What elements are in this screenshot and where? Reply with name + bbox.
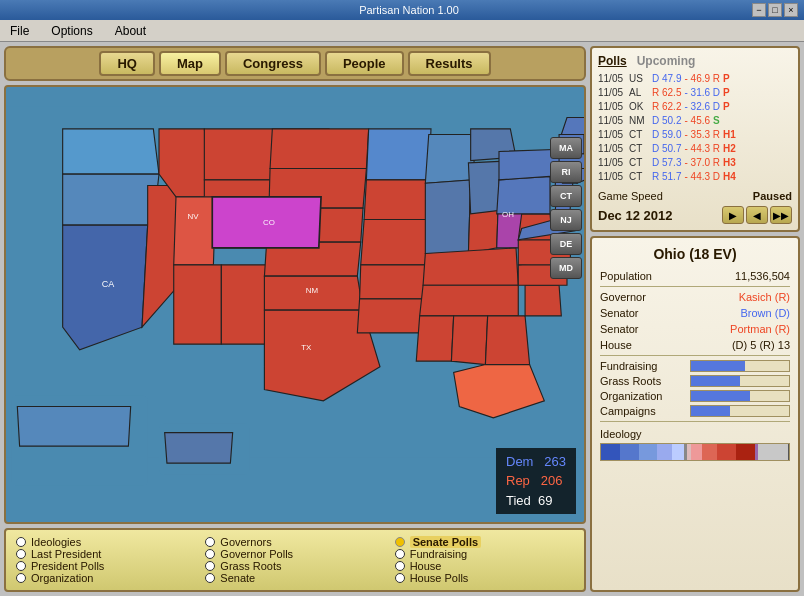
governor-label: Governor bbox=[600, 291, 646, 303]
svg-text:NV: NV bbox=[187, 213, 199, 222]
radio-fundraising[interactable] bbox=[16, 573, 26, 583]
radio-senate-polls[interactable] bbox=[395, 561, 405, 571]
radio-senate[interactable] bbox=[205, 561, 215, 571]
legend-governor-polls[interactable]: Fundraising bbox=[395, 548, 574, 560]
tab-hq[interactable]: HQ bbox=[99, 51, 155, 76]
small-state-md[interactable]: MD bbox=[550, 257, 582, 279]
svg-marker-20 bbox=[366, 129, 431, 180]
governor-row: Governor Kasich (R) bbox=[600, 291, 790, 303]
maximize-button[interactable]: □ bbox=[768, 3, 782, 17]
label-grass-roots: President Polls bbox=[31, 560, 104, 572]
senator2-label: Senator bbox=[600, 323, 639, 335]
population-label: Population bbox=[600, 270, 652, 282]
campaigns-bar bbox=[690, 405, 790, 417]
svg-marker-32 bbox=[420, 285, 519, 316]
rewind-button[interactable]: ◀ bbox=[746, 206, 768, 224]
svg-marker-22 bbox=[361, 220, 431, 265]
legend-organization[interactable]: Last President bbox=[16, 548, 195, 560]
tab-congress[interactable]: Congress bbox=[225, 51, 321, 76]
organization-bar bbox=[690, 390, 790, 402]
svg-text:CA: CA bbox=[102, 280, 116, 290]
radio-governors[interactable] bbox=[205, 549, 215, 559]
svg-marker-3 bbox=[63, 129, 159, 174]
game-speed-label: Game Speed bbox=[598, 190, 663, 202]
label-senate-polls: House bbox=[410, 560, 442, 572]
close-button[interactable]: × bbox=[784, 3, 798, 17]
divider-3 bbox=[600, 421, 790, 422]
menu-options[interactable]: Options bbox=[45, 22, 98, 40]
campaigns-bar-label: Campaigns bbox=[600, 405, 670, 417]
menu-file[interactable]: File bbox=[4, 22, 35, 40]
polls-tab-polls[interactable]: Polls bbox=[598, 54, 627, 68]
radio-last-president[interactable] bbox=[205, 537, 215, 547]
tab-results[interactable]: Results bbox=[408, 51, 491, 76]
organization-bar-label: Organization bbox=[600, 390, 670, 402]
svg-text:OH: OH bbox=[502, 210, 514, 219]
label-governor-polls: Fundraising bbox=[410, 548, 467, 560]
legend-fundraising[interactable]: Organization bbox=[16, 572, 195, 584]
grassroots-dem bbox=[691, 376, 740, 386]
svg-text:CO: CO bbox=[263, 218, 275, 227]
map-stats: Dem 263 Rep 206 Tied 69 bbox=[496, 448, 576, 515]
small-state-ma[interactable]: MA bbox=[550, 137, 582, 159]
main-content: HQ Map Congress People Results bbox=[0, 42, 804, 596]
grassroots-bar bbox=[690, 375, 790, 387]
radio-governor-polls[interactable] bbox=[395, 549, 405, 559]
poll-row-2: 11/05 OK R 62.2 - 32.6 D P bbox=[598, 100, 792, 114]
grassroots-bar-row: Grass Roots bbox=[600, 375, 790, 387]
polls-tab-upcoming[interactable]: Upcoming bbox=[637, 54, 696, 68]
dem-label: Dem bbox=[506, 454, 533, 469]
map-area[interactable]: CA NV CO NM TX OH MA RI CT NJ DE MD Dem … bbox=[4, 85, 586, 524]
campaigns-dem bbox=[691, 406, 730, 416]
legend-governors[interactable]: Governor Polls bbox=[205, 548, 384, 560]
ideology-bar bbox=[600, 443, 790, 461]
tab-map[interactable]: Map bbox=[159, 51, 221, 76]
legend-last-president[interactable]: Governors bbox=[205, 536, 384, 548]
legend-col-3: Senate Polls Fundraising House House Pol… bbox=[395, 536, 574, 584]
menu-about[interactable]: About bbox=[109, 22, 152, 40]
radio-organization[interactable] bbox=[16, 549, 26, 559]
divider-1 bbox=[600, 286, 790, 287]
title-bar: Partisan Nation 1.00 − □ × bbox=[0, 0, 804, 20]
fundraising-empty bbox=[745, 361, 789, 371]
game-date: Dec 12 2012 bbox=[598, 208, 672, 223]
campaigns-empty bbox=[730, 406, 789, 416]
paused-label: Paused bbox=[753, 190, 792, 202]
poll-row-5: 11/05 CT D 50.7 - 44.3 R H2 bbox=[598, 142, 792, 156]
radio-house[interactable] bbox=[205, 573, 215, 583]
tied-value: 69 bbox=[538, 493, 552, 508]
tab-people[interactable]: People bbox=[325, 51, 404, 76]
svg-marker-41 bbox=[497, 176, 550, 213]
ideo-seg-10 bbox=[736, 444, 755, 460]
svg-marker-21 bbox=[364, 180, 429, 220]
small-state-nj[interactable]: NJ bbox=[550, 209, 582, 231]
svg-marker-33 bbox=[416, 316, 453, 361]
small-state-ct[interactable]: CT bbox=[550, 185, 582, 207]
right-panel: Polls Upcoming 11/05 US D 47.9 - 46.9 R … bbox=[590, 46, 800, 592]
play-button[interactable]: ▶ bbox=[722, 206, 744, 224]
svg-marker-14 bbox=[270, 129, 369, 169]
radio-house-polls[interactable] bbox=[395, 573, 405, 583]
label-ideologies: Ideologies bbox=[31, 536, 81, 548]
state-name: Ohio (18 EV) bbox=[600, 246, 790, 262]
legend-house[interactable]: Senate bbox=[205, 572, 384, 584]
legend-grass-roots[interactable]: President Polls bbox=[16, 560, 195, 572]
radio-president-polls[interactable] bbox=[395, 537, 405, 547]
small-state-de[interactable]: DE bbox=[550, 233, 582, 255]
senator1-value: Brown (D) bbox=[740, 307, 790, 319]
fast-forward-button[interactable]: ▶▶ bbox=[770, 206, 792, 224]
legend-house-polls[interactable]: House Polls bbox=[395, 572, 574, 584]
organization-empty bbox=[750, 391, 789, 401]
radio-ideologies[interactable] bbox=[16, 537, 26, 547]
senator2-row: Senator Portman (R) bbox=[600, 323, 790, 335]
legend-senate[interactable]: Grass Roots bbox=[205, 560, 384, 572]
window-title: Partisan Nation 1.00 bbox=[66, 4, 752, 16]
radio-grass-roots[interactable] bbox=[16, 561, 26, 571]
legend-senate-polls[interactable]: House bbox=[395, 560, 574, 572]
legend-ideologies[interactable]: Ideologies bbox=[16, 536, 195, 548]
small-state-ri[interactable]: RI bbox=[550, 161, 582, 183]
svg-marker-10 bbox=[174, 197, 216, 265]
fundraising-bar bbox=[690, 360, 790, 372]
minimize-button[interactable]: − bbox=[752, 3, 766, 17]
legend-president-polls[interactable]: Senate Polls bbox=[395, 536, 574, 548]
